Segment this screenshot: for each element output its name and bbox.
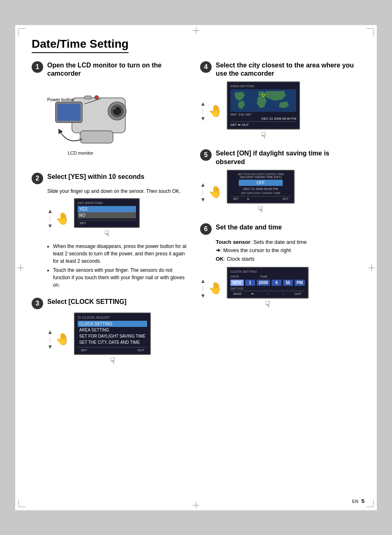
set-datetime-screen: SET DATE/TIME! YES NO SET bbox=[74, 198, 140, 239]
step-3-number: 3 bbox=[32, 298, 43, 309]
hand-icon-2: 🤚 bbox=[55, 212, 70, 225]
crosshair-right bbox=[368, 264, 375, 271]
page: Date/Time Setting 1 Open the LCD monitor… bbox=[15, 25, 377, 510]
svg-rect-8 bbox=[84, 96, 92, 99]
step-5: 5 Select [ON] if daylight saving time is… bbox=[200, 149, 360, 214]
step-6-number: 6 bbox=[200, 223, 212, 235]
scroll-arrows-4: ▲ │ ▼ bbox=[200, 100, 206, 122]
step-2: 2 Select [YES] within 10 seconds Slide y… bbox=[32, 173, 188, 289]
touch-hand-6: ☟ bbox=[227, 299, 309, 309]
step-6-screen: ▲ │ ▼ 🤚 CLOCK SETTING DATE TIME bbox=[200, 267, 360, 309]
scroll-arrows-2: ▲ │ ▼ bbox=[47, 208, 53, 229]
clock-screen: CLOCK SETTING DATE TIME NOV 1 2009 4 55 bbox=[227, 267, 309, 299]
step-3-screen: ▲ │ ▼ 🤚 ⊡ CLOCK ADJUST CLOCK SETTING ARE… bbox=[47, 313, 188, 366]
crosshair-bottom bbox=[193, 502, 199, 508]
main-content: 1 Open the LCD monitor to turn on the ca… bbox=[32, 61, 360, 375]
touch-hand-3: ☟ bbox=[74, 356, 151, 366]
clock-adjust-screen: ⊡ CLOCK ADJUST CLOCK SETTING AREA SETTIN… bbox=[74, 313, 151, 366]
step-4-number: 4 bbox=[200, 61, 212, 73]
corner-mark-br bbox=[366, 500, 374, 507]
step-1-number: 1 bbox=[32, 61, 43, 73]
step-4-title: Select the city closest to the area wher… bbox=[216, 61, 360, 79]
col-right: 4 Select the city closest to the area wh… bbox=[200, 61, 360, 375]
step-2-title: Select [YES] within 10 seconds bbox=[47, 173, 145, 181]
hand-icon-5: 🤚 bbox=[208, 185, 223, 199]
scroll-arrows-3: ▲ │ ▼ bbox=[47, 329, 53, 350]
step-5-number: 5 bbox=[200, 149, 212, 161]
step-2-bullets: When the message disappears, press the p… bbox=[47, 243, 188, 289]
corner-mark-bl bbox=[18, 500, 26, 507]
step-4-screen: ▲ │ ▼ 🤚 AREA SETTING bbox=[200, 81, 360, 140]
touch-hand-2: ☟ bbox=[74, 229, 140, 239]
camcorder-svg bbox=[47, 81, 146, 155]
col-left: 1 Open the LCD monitor to turn on the ca… bbox=[32, 61, 188, 375]
dst-screen-container: SET FOR DAYLIGHT SAVING TIME DAYLIGHT SA… bbox=[227, 170, 295, 214]
step-6-header: 6 Set the date and time bbox=[200, 223, 360, 235]
step-6-instructions: Touch sensor: Sets the date and time ➜: … bbox=[216, 238, 360, 264]
area-screen: AREA SETTING bbox=[227, 81, 300, 130]
page-title: Date/Time Setting bbox=[32, 37, 129, 53]
step-5-title: Select [ON] if daylight saving time is o… bbox=[216, 149, 360, 167]
bullet-1: When the message disappears, press the p… bbox=[53, 243, 188, 265]
svg-rect-2 bbox=[57, 104, 81, 121]
world-map bbox=[231, 89, 296, 112]
step-3-header: 3 Select [CLOCK SETTING] bbox=[32, 298, 188, 309]
step-4-header: 4 Select the city closest to the area wh… bbox=[200, 61, 360, 79]
screen-box-3: ⊡ CLOCK ADJUST CLOCK SETTING AREA SETTIN… bbox=[74, 313, 151, 355]
screen-box-2: SET DATE/TIME! YES NO SET bbox=[74, 198, 140, 228]
lcd-monitor-label: LCD monitor bbox=[68, 151, 93, 155]
step-2-header: 2 Select [YES] within 10 seconds bbox=[32, 173, 188, 184]
step-4: 4 Select the city closest to the area wh… bbox=[200, 61, 360, 141]
page-footer: EN 5 bbox=[352, 498, 364, 504]
crosshair-left bbox=[17, 264, 24, 271]
power-button-label: Power button bbox=[47, 97, 74, 102]
camcorder-illustration: Power button bbox=[47, 81, 188, 164]
page-number: 5 bbox=[362, 498, 364, 504]
step-2-screen: ▲ │ ▼ 🤚 SET DATE/TIME! YES NO SET bbox=[47, 198, 188, 239]
step-1: 1 Open the LCD monitor to turn on the ca… bbox=[32, 61, 188, 164]
step-5-header: 5 Select [ON] if daylight saving time is… bbox=[200, 149, 360, 167]
step-6: 6 Set the date and time Touch sensor: Se… bbox=[200, 223, 360, 309]
crosshair-top bbox=[193, 27, 199, 34]
touch-hand-4: ☟ bbox=[227, 130, 300, 140]
bullet-2: Touch the sensors with your finger. The … bbox=[53, 266, 188, 289]
step-3-title: Select [CLOCK SETTING] bbox=[47, 298, 127, 306]
scroll-arrows-6: ▲ │ ▼ bbox=[200, 278, 206, 299]
scroll-arrows-5: ▲ │ ▼ bbox=[200, 181, 206, 203]
hand-icon-4: 🤚 bbox=[208, 104, 223, 118]
svg-point-9 bbox=[95, 95, 99, 100]
step-5-screen: ▲ │ ▼ 🤚 SET FOR DAYLIGHT SAVING TIME DAY… bbox=[200, 170, 360, 214]
step-3: 3 Select [CLOCK SETTING] ▲ │ ▼ 🤚 ⊡ CLOCK… bbox=[32, 298, 188, 366]
corner-mark-tl bbox=[18, 28, 26, 36]
area-setting-container: AREA SETTING bbox=[227, 81, 300, 140]
step-1-title: Open the LCD monitor to turn on the camc… bbox=[47, 61, 188, 79]
touch-hand-5: ☟ bbox=[227, 204, 295, 214]
hand-icon-6: 🤚 bbox=[208, 281, 223, 295]
dst-screen: SET FOR DAYLIGHT SAVING TIME DAYLIGHT SA… bbox=[227, 170, 295, 204]
step-2-subtitle: Slide your finger up and down on the sen… bbox=[47, 188, 188, 195]
step-2-number: 2 bbox=[32, 173, 43, 184]
corner-mark-tr bbox=[366, 28, 374, 36]
svg-rect-7 bbox=[80, 131, 113, 143]
hand-icon-3: 🤚 bbox=[55, 332, 70, 346]
clock-setting-container: CLOCK SETTING DATE TIME NOV 1 2009 4 55 bbox=[227, 267, 309, 309]
step-6-title: Set the date and time bbox=[216, 223, 282, 232]
step-1-header: 1 Open the LCD monitor to turn on the ca… bbox=[32, 61, 188, 79]
en-label: EN bbox=[352, 499, 358, 504]
svg-point-6 bbox=[113, 107, 116, 110]
